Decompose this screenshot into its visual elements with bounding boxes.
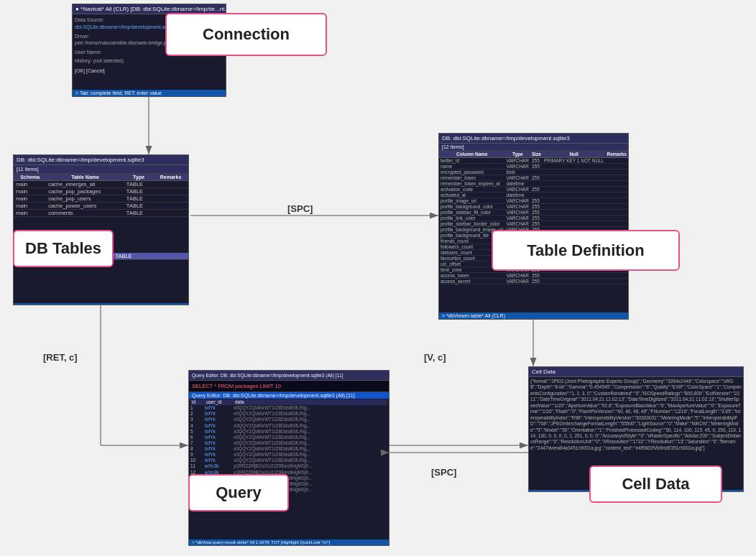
table-def-subtitle: [12 Items] — [439, 144, 628, 151]
db-tables-subtitle: [11 Items] — [14, 165, 188, 174]
spc-bottom-label: [SPC] — [431, 467, 456, 478]
table-def-label: Table Definition — [492, 230, 680, 271]
query-titlebar: Query Editor: DB: dbi:SQLite:dbname=/tmp… — [189, 371, 389, 381]
table-def-statusbar: > *dbViewer-table* All (CLR) — [439, 312, 628, 319]
query-statusbar: > *dbView-query-result-oklite* All 1.167… — [189, 539, 389, 545]
cell-data-titlebar: Cell Data — [529, 367, 743, 377]
cell-data-label: Cell Data — [589, 465, 722, 503]
query-result-titlebar: Query Editor: DB: dbi:SQLite:dbname=/tmp… — [189, 392, 389, 399]
spc-right-label: [SPC] — [287, 203, 313, 214]
v-c-label: [V, c] — [424, 352, 446, 363]
table-def-window: DB: dbi:SQLite:dbname=/tmp/development.s… — [438, 133, 629, 320]
connection-statusbar: > Tab: complete field; RET: enter value — [73, 90, 226, 96]
db-tables-statusbar — [14, 303, 188, 305]
query-label: Query — [188, 474, 289, 511]
ret-c-label: [RET, c] — [43, 352, 78, 363]
db-tables-label: DB Tables — [13, 230, 114, 267]
cell-data-content: {"format":"JPEG (Joint Photographic Expe… — [529, 377, 743, 453]
table-def-titlebar: DB: dbi:SQLite:dbname=/tmp/development.s… — [439, 134, 628, 144]
query-window: Query Editor: DB: dbi:SQLite:dbname=/tmp… — [188, 370, 389, 546]
query-text: SELECT * FROM packages LIMIT 10 — [189, 381, 389, 392]
db-tables-titlebar: DB: dbi:SQLite:dbname=/tmp/development.s… — [14, 155, 188, 165]
connection-label: Connection — [165, 13, 327, 56]
